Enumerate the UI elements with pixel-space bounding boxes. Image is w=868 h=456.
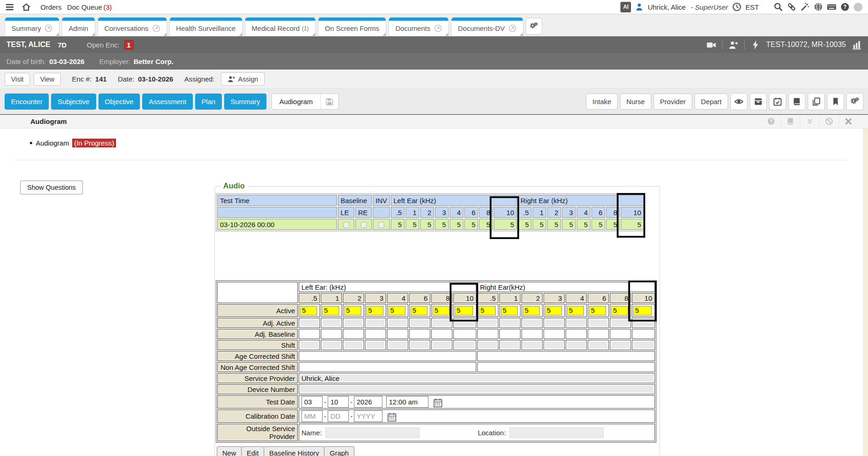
popout-icon[interactable] bbox=[509, 24, 516, 32]
test-date-year-input[interactable] bbox=[354, 396, 382, 408]
video-icon[interactable] bbox=[706, 40, 716, 50]
search-icon[interactable] bbox=[774, 2, 783, 12]
keyboard-icon[interactable] bbox=[827, 2, 836, 12]
journal-icon[interactable] bbox=[781, 115, 800, 128]
close-icon[interactable] bbox=[839, 115, 858, 128]
orders-link[interactable]: Orders bbox=[41, 3, 62, 11]
nav-encounter-button[interactable]: Encounter bbox=[5, 94, 49, 110]
osp-name-input[interactable] bbox=[325, 427, 420, 438]
active-input[interactable]: 5 bbox=[523, 306, 540, 316]
calibration-year-input[interactable] bbox=[354, 410, 382, 422]
active-input[interactable]: 5 bbox=[344, 306, 361, 316]
active-input[interactable]: 5 bbox=[366, 306, 383, 316]
ban-icon[interactable] bbox=[819, 115, 839, 128]
tab-on-screen-forms[interactable]: On Screen Forms bbox=[318, 17, 386, 36]
active-input[interactable]: 5 bbox=[388, 306, 405, 316]
nav-plan-button[interactable]: Plan bbox=[195, 94, 222, 110]
test-date-day-input[interactable] bbox=[328, 396, 349, 408]
show-questions-button[interactable]: Show Questions bbox=[20, 181, 83, 194]
nav-subjective-button[interactable]: Subjective bbox=[51, 94, 96, 110]
active-input[interactable]: 5 bbox=[567, 306, 584, 316]
assign-button[interactable]: Assign bbox=[221, 72, 265, 86]
active-input[interactable]: 5 bbox=[611, 306, 628, 316]
calendar-check-icon[interactable] bbox=[769, 93, 786, 110]
bookmark-icon[interactable] bbox=[827, 93, 844, 110]
tab-conversations[interactable]: Conversations bbox=[98, 17, 167, 36]
person-add-icon[interactable] bbox=[729, 40, 738, 50]
link-icon[interactable] bbox=[787, 2, 796, 12]
inv-checkbox[interactable] bbox=[378, 222, 384, 228]
calendar-icon[interactable] bbox=[433, 398, 443, 408]
ai-badge[interactable]: AI bbox=[620, 2, 631, 12]
home-icon[interactable] bbox=[22, 3, 30, 11]
visit-button[interactable]: Visit bbox=[5, 73, 30, 86]
new-button[interactable]: New bbox=[217, 446, 242, 456]
archive-icon[interactable] bbox=[750, 93, 767, 110]
tab-admin[interactable]: Admin bbox=[62, 17, 95, 36]
view-button[interactable]: View bbox=[34, 73, 61, 86]
test-time-input[interactable] bbox=[386, 396, 428, 408]
stage-depart-button[interactable]: Depart bbox=[694, 94, 728, 110]
active-input[interactable]: 5 bbox=[300, 306, 317, 316]
baseline-re-checkbox[interactable] bbox=[361, 222, 367, 228]
active-input[interactable]: 5 bbox=[501, 306, 518, 316]
test-time-value[interactable]: 03-10-2026 00:00 bbox=[217, 219, 337, 230]
eye-icon[interactable] bbox=[730, 93, 747, 110]
active-input[interactable]: 5 bbox=[633, 306, 652, 316]
wand-icon[interactable] bbox=[800, 2, 810, 12]
help-circle-icon[interactable]: ? bbox=[761, 115, 781, 128]
nav-objective-button[interactable]: Objective bbox=[98, 94, 140, 110]
tab-documents-dv[interactable]: Documents-DV bbox=[451, 17, 523, 36]
active-input[interactable]: 5 bbox=[589, 306, 606, 316]
active-input[interactable]: 5 bbox=[411, 306, 428, 316]
popout-icon[interactable] bbox=[45, 24, 52, 32]
popout-icon[interactable] bbox=[434, 24, 442, 32]
tab-health-surveillance[interactable]: Health Surveillance bbox=[169, 17, 243, 36]
active-input[interactable]: 5 bbox=[479, 306, 496, 316]
tab-summary[interactable]: Summary bbox=[5, 17, 59, 36]
menu-icon[interactable] bbox=[6, 3, 14, 11]
calibration-day-input[interactable] bbox=[328, 410, 349, 422]
stage-intake-button[interactable]: Intake bbox=[586, 94, 618, 110]
calendar-icon[interactable] bbox=[387, 412, 397, 422]
baseline-history-button[interactable]: Baseline History bbox=[264, 446, 324, 456]
stage-provider-button[interactable]: Provider bbox=[654, 94, 692, 110]
graph-button[interactable]: Graph bbox=[324, 446, 354, 456]
tab-documents[interactable]: Documents bbox=[388, 17, 449, 36]
grid-cell bbox=[477, 318, 498, 328]
tab-settings-gears-icon[interactable] bbox=[526, 18, 542, 35]
nav-assessment-button[interactable]: Assessment bbox=[142, 94, 193, 110]
active-input[interactable]: 5 bbox=[433, 306, 450, 316]
current-section-label[interactable]: Audiogram bbox=[272, 94, 320, 109]
active-input[interactable]: 5 bbox=[322, 306, 339, 316]
osp-location-input[interactable] bbox=[509, 427, 604, 438]
gears-icon[interactable] bbox=[846, 93, 863, 110]
globe-icon[interactable] bbox=[814, 2, 823, 12]
copy-icon[interactable] bbox=[808, 93, 825, 110]
open-enc-badge[interactable]: 1 bbox=[124, 40, 133, 50]
bolt-icon[interactable] bbox=[751, 40, 760, 50]
topbar-right: AI Uhrick, Alice - SuperUser EST ? bbox=[620, 2, 862, 12]
tab-label: On Screen Forms bbox=[325, 24, 379, 32]
tab-medical-record[interactable]: Medical Record (1) bbox=[245, 17, 316, 36]
person-add-icon bbox=[227, 75, 235, 83]
row-label-non-age-corrected-shift: Non Age Corrected Shift bbox=[217, 362, 298, 372]
doc-queue-link[interactable]: Doc Queue(3) bbox=[67, 3, 112, 11]
test-date-month-input[interactable] bbox=[301, 396, 323, 408]
chart-icon[interactable] bbox=[852, 40, 862, 50]
active-input[interactable]: 5 bbox=[545, 306, 562, 316]
collapse-icon[interactable] bbox=[800, 115, 819, 128]
status-item-label[interactable]: Audiogram bbox=[36, 139, 69, 147]
baseline-le-checkbox[interactable] bbox=[343, 222, 349, 228]
user-name[interactable]: Uhrick, Alice bbox=[648, 3, 686, 11]
active-input[interactable]: 5 bbox=[455, 306, 473, 316]
help-icon[interactable]: ? bbox=[840, 2, 850, 12]
book-icon[interactable] bbox=[788, 93, 805, 110]
save-icon[interactable] bbox=[320, 94, 338, 109]
popout-icon[interactable] bbox=[152, 24, 160, 32]
tab-row: Summary Admin Conversations Health Surve… bbox=[0, 14, 868, 36]
nav-summary-button[interactable]: Summary bbox=[224, 94, 266, 110]
calibration-month-input[interactable] bbox=[301, 410, 323, 422]
edit-button[interactable]: Edit bbox=[241, 446, 264, 456]
stage-nurse-button[interactable]: Nurse bbox=[620, 94, 651, 110]
